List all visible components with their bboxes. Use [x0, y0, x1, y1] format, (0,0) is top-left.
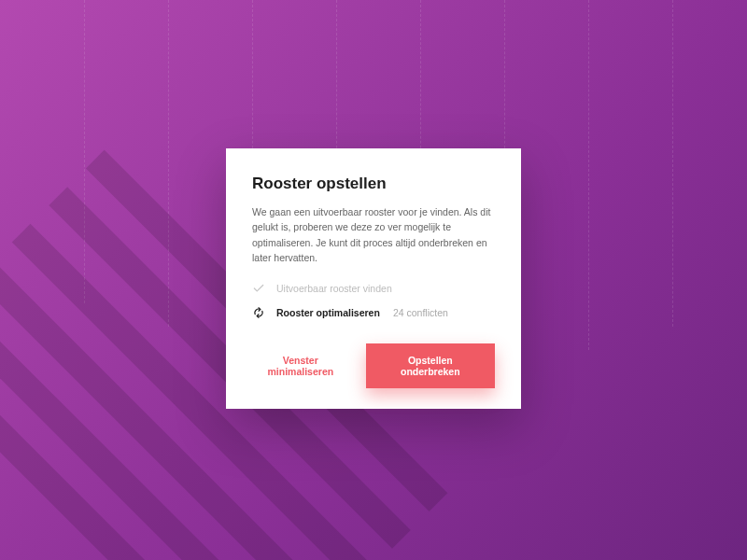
sync-icon: [252, 306, 265, 319]
app-background: Rooster opstellen We gaan een uitvoerbaa…: [0, 0, 747, 560]
modal-actions: Venster minimaliseren Opstellen onderbre…: [252, 343, 495, 388]
step-find-feasible: Uitvoerbaar rooster vinden: [252, 282, 495, 295]
step-optimize: Rooster optimaliseren 24 conflicten: [252, 306, 495, 319]
check-icon: [252, 282, 265, 295]
step-meta-conflicts: 24 conflicten: [393, 307, 448, 318]
step-label: Uitvoerbaar rooster vinden: [276, 283, 392, 294]
minimize-window-button[interactable]: Venster minimaliseren: [252, 355, 349, 377]
step-label: Rooster optimaliseren: [276, 307, 380, 318]
interrupt-scheduling-button[interactable]: Opstellen onderbreken: [366, 343, 495, 388]
progress-steps: Uitvoerbaar rooster vinden Rooster optim…: [252, 282, 495, 319]
modal-title: Rooster opstellen: [252, 175, 495, 193]
schedule-progress-modal: Rooster opstellen We gaan een uitvoerbaa…: [226, 148, 521, 409]
modal-description: We gaan een uitvoerbaar rooster voor je …: [252, 204, 495, 265]
